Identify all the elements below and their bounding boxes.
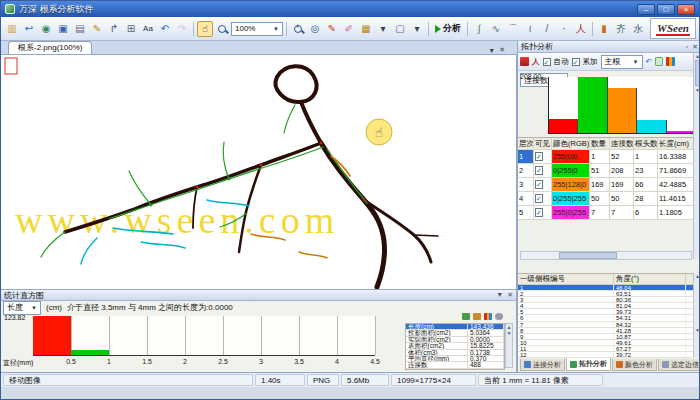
pin-icon[interactable]: ▫ bbox=[686, 43, 688, 51]
wave-tool-icon[interactable]: ≀ bbox=[522, 21, 538, 37]
tab-颜色分析[interactable]: 颜色分析 bbox=[612, 359, 657, 371]
visible-checkbox[interactable]: ✓ bbox=[535, 194, 543, 203]
brand-logo-text: WSeen bbox=[656, 22, 690, 36]
panel-close-icon[interactable]: ✕ bbox=[507, 291, 513, 299]
layers-icon[interactable] bbox=[520, 57, 529, 66]
visible-checkbox[interactable]: ✓ bbox=[535, 180, 543, 189]
revert-icon[interactable]: ↩ bbox=[21, 21, 37, 37]
visible-checkbox-cell[interactable]: ✓ bbox=[534, 192, 552, 205]
accumulate-checkbox[interactable]: ✓ bbox=[572, 58, 580, 66]
histogram-bar-0.5-1[interactable] bbox=[71, 350, 109, 355]
tab-拓扑分析[interactable]: 拓扑分析 bbox=[566, 358, 611, 371]
measurement-row[interactable]: 连接数488 bbox=[406, 362, 504, 368]
document-tab[interactable]: 根系-2.png(100%) bbox=[8, 41, 92, 54]
zoom-level-combo[interactable]: 100% ▼ bbox=[231, 22, 283, 36]
edit-icon[interactable]: ✎ bbox=[89, 21, 105, 37]
branch-icon[interactable]: 人 bbox=[532, 57, 540, 67]
visible-checkbox[interactable]: ✓ bbox=[535, 166, 543, 175]
visible-checkbox-cell[interactable]: ✓ bbox=[534, 150, 552, 163]
zoom-in-tool[interactable] bbox=[290, 21, 306, 37]
stats-chart-icon[interactable]: ▮ bbox=[596, 21, 612, 37]
metric-select[interactable]: 长度 ▼ bbox=[3, 301, 41, 315]
web-save-icon[interactable]: ◉ bbox=[38, 21, 54, 37]
pan-tool[interactable]: ☝ bbox=[197, 21, 213, 37]
zoom-tool[interactable] bbox=[214, 21, 230, 37]
table-horizontal-scrollbar[interactable] bbox=[520, 251, 692, 260]
minimize-button[interactable]: – bbox=[637, 4, 655, 15]
line-tool-icon[interactable]: / bbox=[539, 21, 555, 37]
maximize-button[interactable]: □ bbox=[657, 4, 675, 15]
print-icon[interactable]: ▤ bbox=[72, 21, 88, 37]
export-report-icon[interactable]: 永 bbox=[630, 21, 646, 37]
visible-checkbox[interactable]: ✓ bbox=[535, 152, 543, 161]
bar-chart-icon[interactable] bbox=[666, 57, 675, 66]
layer-row[interactable]: 5✓255|0|2557761.1805 bbox=[518, 206, 694, 220]
panel-menu-icon[interactable]: ▼ bbox=[496, 291, 503, 299]
angle-table-header: 一级侧根编号角度(°) bbox=[518, 274, 694, 285]
chart-bar-level-5[interactable] bbox=[667, 131, 696, 133]
batch-icon[interactable]: 齐 bbox=[613, 21, 629, 37]
root-select[interactable]: 主根 ▼ bbox=[601, 55, 643, 69]
analysis-panel: 拓扑分析 ▫ ✕ 人 ✓ 自动 ✓ 累加 主根 ▼ ↶ 连接数 ▼ bbox=[517, 41, 700, 372]
layer-row[interactable]: 4✓0|255|25550502811.4615 bbox=[518, 192, 694, 206]
text-icon[interactable]: Aa bbox=[140, 21, 156, 37]
gear-icon[interactable] bbox=[495, 313, 503, 320]
layer-row[interactable]: 3✓255|128|01691696642.4885 bbox=[518, 178, 694, 192]
undo-icon[interactable]: ↶ bbox=[157, 21, 173, 37]
visible-checkbox-cell[interactable]: ✓ bbox=[534, 164, 552, 177]
brush-icon[interactable]: ✐ bbox=[341, 21, 357, 37]
panel-close-icon[interactable]: ✕ bbox=[692, 43, 698, 51]
color-cell: 255|128|0 bbox=[552, 178, 590, 191]
report-icon[interactable] bbox=[655, 57, 663, 66]
tab-close-button[interactable]: ✕ bbox=[499, 46, 505, 54]
chart-bar-level-4[interactable] bbox=[637, 120, 666, 133]
tab-icon bbox=[662, 361, 669, 368]
root-number-cell: 4 bbox=[518, 303, 614, 308]
export-icon[interactable]: ↱ bbox=[106, 21, 122, 37]
chart-bar-level-2[interactable] bbox=[578, 77, 607, 133]
point-tool-icon[interactable]: · bbox=[556, 21, 572, 37]
curve-tool-icon[interactable]: ⌒ bbox=[505, 21, 521, 37]
prune-tool-icon[interactable]: ∫ bbox=[471, 21, 487, 37]
save-icon[interactable]: ▣ bbox=[55, 21, 71, 37]
close-button[interactable]: × bbox=[677, 4, 695, 15]
analyze-button[interactable]: 分析 bbox=[432, 22, 464, 35]
open-icon[interactable]: ▥ bbox=[4, 21, 20, 37]
layer-table-header: 层次可见颜色(RGB)数量连接数根头数长度(cm) bbox=[518, 138, 694, 150]
chart-bar-level-1[interactable] bbox=[549, 119, 578, 133]
shape-arrow[interactable]: ▾ bbox=[409, 21, 425, 37]
smooth-tool-icon[interactable]: ∿ bbox=[488, 21, 504, 37]
visible-checkbox-cell[interactable]: ✓ bbox=[534, 206, 552, 219]
tab-选定边信息[interactable]: 选定边信息 bbox=[658, 359, 700, 371]
shape-icon[interactable]: ▢ bbox=[392, 21, 408, 37]
layer-row[interactable]: 1✓255|0|0152116.3388 bbox=[518, 150, 694, 164]
redo-icon[interactable]: ↷ bbox=[174, 21, 190, 37]
palette-arrow[interactable]: ▾ bbox=[375, 21, 391, 37]
chart-bar-level-3[interactable] bbox=[608, 88, 637, 134]
gridline bbox=[299, 316, 300, 355]
layer-row[interactable]: 2✓0|255|0512082371.8669 bbox=[518, 164, 694, 178]
export-orange-icon[interactable] bbox=[473, 313, 481, 320]
measurement-value: 488 bbox=[468, 362, 504, 367]
tab-连接分析[interactable]: 连接分析 bbox=[520, 359, 565, 371]
panel-scrollbar[interactable]: ▲▼ bbox=[693, 53, 700, 259]
unit-label: (cm) bbox=[46, 303, 62, 312]
visible-checkbox-cell[interactable]: ✓ bbox=[534, 178, 552, 191]
chart-icon[interactable] bbox=[484, 313, 492, 320]
mark-pen-icon[interactable]: ✎ bbox=[324, 21, 340, 37]
copy-icon[interactable]: ⊞ bbox=[123, 21, 139, 37]
measurement-label: 平均直径(mm) bbox=[406, 356, 468, 361]
view-icon[interactable]: ◎ bbox=[307, 21, 323, 37]
undo-icon[interactable]: ↶ bbox=[646, 57, 652, 66]
auto-checkbox[interactable]: ✓ bbox=[543, 58, 551, 66]
export-green-icon[interactable] bbox=[462, 313, 470, 320]
palette-icon[interactable]: ▦ bbox=[358, 21, 374, 37]
column-header: 长度(cm) bbox=[658, 138, 694, 149]
histogram-bar-0-0.5[interactable] bbox=[33, 316, 71, 355]
visible-checkbox[interactable]: ✓ bbox=[535, 208, 543, 217]
person-tool-icon[interactable]: 人 bbox=[573, 21, 589, 37]
tab-list-button[interactable]: ▼ bbox=[488, 47, 495, 54]
image-canvas[interactable]: www.wseen.com bbox=[1, 55, 517, 289]
measurements-scrollbar[interactable]: ▲▼ bbox=[505, 323, 513, 368]
angle-table-scrollbar[interactable]: ▲▼ bbox=[693, 273, 700, 357]
